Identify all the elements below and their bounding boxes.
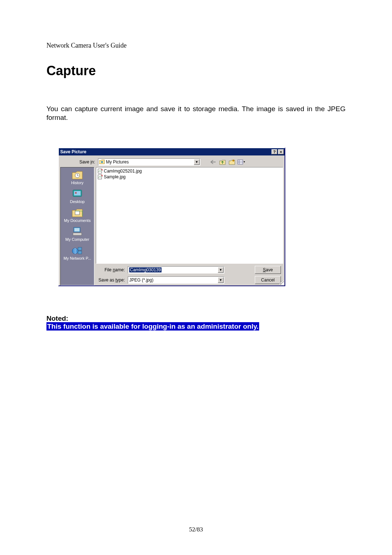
file-name: Sample.jpg — [104, 174, 126, 179]
svg-rect-14 — [74, 228, 79, 231]
up-one-level-icon[interactable] — [219, 158, 226, 166]
help-button[interactable]: ? — [271, 149, 277, 154]
svg-point-0 — [101, 161, 103, 163]
section-title: Capture — [46, 63, 346, 78]
image-file-icon — [98, 169, 103, 174]
noted-label: Noted: — [46, 315, 346, 323]
place-label: My Computer — [61, 237, 94, 242]
place-history[interactable]: History — [61, 170, 94, 185]
savetype-combo[interactable]: JPEG (*.jpg) ▼ — [128, 276, 224, 284]
image-file-icon — [98, 174, 103, 179]
file-name: CamImg025201.jpg — [104, 169, 142, 174]
dialog-titlebar: Save Picture ? × — [59, 148, 285, 155]
back-icon[interactable] — [209, 158, 217, 166]
place-desktop[interactable]: Desktop — [61, 189, 94, 204]
section-body: You can capture current image and save i… — [46, 105, 346, 122]
places-bar: History Desktop — [60, 167, 94, 285]
filename-value: CamImg030139 — [129, 267, 162, 272]
savetype-label: Save as type: — [97, 278, 126, 283]
svg-rect-18 — [78, 251, 82, 254]
views-icon[interactable] — [237, 158, 245, 166]
save-button[interactable]: Save — [255, 266, 281, 274]
chevron-down-icon[interactable]: ▼ — [218, 277, 224, 283]
save-in-value: My Pictures — [106, 159, 129, 165]
save-in-combo[interactable]: My Pictures ▼ — [98, 158, 200, 166]
place-label: Desktop — [61, 199, 94, 204]
svg-rect-12 — [75, 211, 79, 215]
svg-rect-11 — [74, 191, 81, 195]
save-picture-dialog: Save Picture ? × Save in: My Pictures ▼ — [58, 147, 285, 286]
document-header: Network Camera User's Guide — [46, 42, 346, 49]
svg-rect-15 — [73, 233, 82, 235]
save-button-rest: ave — [266, 267, 273, 272]
chevron-down-icon[interactable]: ▼ — [218, 267, 224, 273]
noted-text: This function is available for logging-i… — [46, 322, 259, 331]
filename-label: File name: — [97, 267, 126, 272]
place-my-network[interactable]: My Network P... — [61, 245, 94, 260]
page-number: 52/83 — [0, 526, 392, 533]
pictures-folder-icon — [99, 159, 105, 165]
place-my-computer[interactable]: My Computer — [61, 226, 94, 242]
svg-rect-17 — [78, 247, 82, 250]
resize-grip-icon[interactable] — [279, 280, 284, 285]
save-in-label: Save in: — [61, 159, 96, 165]
file-row[interactable]: Sample.jpg — [98, 174, 281, 180]
chevron-down-icon[interactable]: ▼ — [194, 159, 200, 165]
cancel-button[interactable]: Cancel — [255, 276, 281, 284]
place-label: My Network P... — [61, 256, 94, 260]
file-list[interactable]: CamImg025201.jpg Sample.jpg — [96, 167, 283, 264]
place-my-documents[interactable]: My Documents — [61, 207, 94, 223]
place-label: My Documents — [61, 218, 94, 223]
dialog-title-text: Save Picture — [60, 149, 86, 154]
file-row[interactable]: CamImg025201.jpg — [98, 168, 281, 174]
new-folder-icon[interactable] — [228, 158, 236, 166]
close-button[interactable]: × — [278, 149, 284, 154]
svg-rect-5 — [238, 160, 243, 164]
filename-combo[interactable]: CamImg030139 ▼ — [128, 266, 224, 274]
place-label: History — [61, 181, 94, 185]
savetype-value: JPEG (*.jpg) — [129, 278, 154, 283]
